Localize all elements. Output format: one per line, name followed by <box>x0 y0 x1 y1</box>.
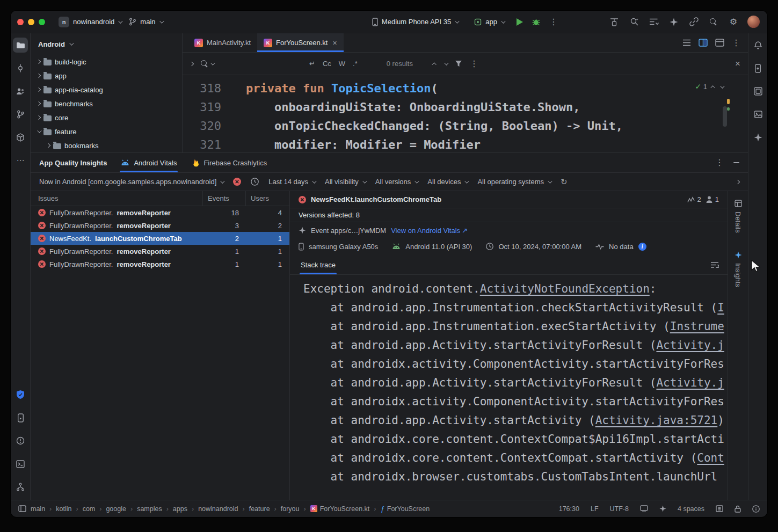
problems-tool-button[interactable] <box>13 433 28 448</box>
tab-insights[interactable]: Insights <box>734 251 742 287</box>
breadcrumb-item[interactable]: foryou <box>281 505 300 513</box>
column-events[interactable]: Events <box>202 191 245 206</box>
previous-problem-icon[interactable] <box>710 85 715 90</box>
previous-occurrence-icon[interactable] <box>432 62 436 67</box>
project-tree-item[interactable]: benchmarks <box>31 97 182 111</box>
run-button[interactable] <box>517 18 523 26</box>
issue-row[interactable]: FullyDrawnReporter.removeReporter 1 1 <box>31 245 289 258</box>
chevron-right-icon[interactable] <box>37 101 41 106</box>
connections-icon[interactable] <box>688 16 700 28</box>
anr-severity-icon[interactable] <box>251 178 259 186</box>
column-users[interactable]: Users <box>245 191 289 206</box>
search-input[interactable] <box>221 60 302 68</box>
fatal-severity-icon[interactable] <box>233 178 241 186</box>
breadcrumb-item[interactable]: kotlin <box>56 505 71 513</box>
filter-dropdown[interactable]: All versions <box>375 178 418 186</box>
next-occurrence-icon[interactable] <box>444 61 448 65</box>
filter-dropdown[interactable]: Last 14 days <box>268 178 315 186</box>
project-view-selector[interactable]: Android <box>31 33 182 55</box>
editor-tab[interactable]: K ForYouScreen.kt × <box>257 33 344 52</box>
tab-details[interactable]: Details <box>734 200 742 233</box>
app-id-filter[interactable]: Now in Android [com.google.samples.apps.… <box>39 178 223 186</box>
editor-layout-icon[interactable] <box>715 39 724 47</box>
editor-tab[interactable]: K MainActivity.kt <box>188 33 257 52</box>
breadcrumb-item[interactable]: apps <box>173 505 187 513</box>
filter-dropdown[interactable]: All visibility <box>325 178 366 186</box>
regex-toggle[interactable]: .* <box>353 60 358 68</box>
caret-position[interactable]: 176:30 <box>559 505 579 513</box>
search-mode-selector[interactable] <box>201 60 214 68</box>
lock-icon[interactable] <box>735 505 741 513</box>
device-selector[interactable]: Medium Phone API 35 <box>368 16 462 28</box>
more-tools-button[interactable]: ⋯ <box>13 153 28 168</box>
device-explorer-button[interactable] <box>751 61 766 76</box>
breadcrumb-item[interactable]: ƒForYouScreen <box>381 505 430 513</box>
minimize-window-button[interactable] <box>28 19 34 25</box>
match-case-toggle[interactable]: Cc <box>323 60 331 68</box>
scroll-filters-icon[interactable] <box>736 179 740 184</box>
newline-toggle-icon[interactable]: ↵ <box>309 60 315 68</box>
gemini-icon[interactable] <box>668 16 680 28</box>
line-separator[interactable]: LF <box>591 505 599 513</box>
indent-setting[interactable]: 4 spaces <box>678 505 704 513</box>
issue-row[interactable]: NewsFeedKt.launchCustomChromeTab 2 1 <box>31 232 289 245</box>
soft-wrap-icon[interactable] <box>710 260 719 274</box>
maximize-window-button[interactable] <box>39 19 45 25</box>
column-issues[interactable]: Issues <box>31 194 202 202</box>
breadcrumb-item[interactable]: com <box>83 505 96 513</box>
project-tree-item[interactable]: app <box>31 69 182 83</box>
split-editor-icon[interactable] <box>699 39 708 47</box>
version-control-tool-button[interactable] <box>13 479 28 494</box>
issue-row[interactable]: FullyDrawnReporter.removeReporter 3 2 <box>31 219 289 232</box>
minimize-panel-icon[interactable] <box>733 162 739 163</box>
refresh-icon[interactable]: ↻ <box>561 177 568 187</box>
info-icon[interactable]: i <box>638 243 646 251</box>
search-everywhere-icon[interactable] <box>708 16 719 28</box>
chevron-right-icon[interactable] <box>37 88 41 92</box>
project-tool-button[interactable] <box>13 38 28 53</box>
inspections-widget[interactable]: ✓ 1 <box>695 77 723 96</box>
branches-tool-button[interactable] <box>13 107 28 122</box>
code-editor[interactable]: 318private fun TopicSelection( 319 onboa… <box>183 75 748 152</box>
device-streaming-icon[interactable] <box>608 16 620 28</box>
tab-stack-trace[interactable]: Stack trace <box>301 261 336 274</box>
issue-row[interactable]: FullyDrawnReporter.removeReporter 1 1 <box>31 258 289 271</box>
close-tab-icon[interactable]: × <box>332 39 337 47</box>
vcs-branch-widget[interactable]: main <box>125 16 166 28</box>
layout-inspector-button[interactable] <box>751 84 766 99</box>
breadcrumb-item[interactable]: samples <box>137 505 162 513</box>
project-tree-item[interactable]: bookmarks <box>31 139 182 152</box>
project-tree-item[interactable]: build-logic <box>31 55 182 69</box>
gemini-tool-button[interactable] <box>751 130 766 145</box>
chevron-right-icon[interactable] <box>37 60 41 64</box>
stack-link[interactable]: Activity.j <box>656 376 724 389</box>
task-list-icon[interactable] <box>648 16 660 28</box>
project-tree-item[interactable]: feature <box>31 125 182 139</box>
chevron-right-icon[interactable] <box>46 143 50 148</box>
stack-link[interactable]: ActivityNotFoundException <box>480 282 650 295</box>
filter-dropdown[interactable]: All devices <box>427 178 468 186</box>
whole-words-toggle[interactable]: W <box>339 60 345 68</box>
terminal-tool-button[interactable] <box>13 456 28 471</box>
project-tree-item[interactable]: app-nia-catalog <box>31 83 182 97</box>
reader-mode-icon[interactable] <box>640 505 648 512</box>
chevron-right-icon[interactable] <box>37 115 41 120</box>
file-encoding[interactable]: UTF-8 <box>610 505 629 513</box>
more-editor-actions-icon[interactable]: ⋮ <box>732 39 740 47</box>
ai-status-icon[interactable] <box>659 505 666 512</box>
stack-link[interactable]: Activity.java:5721 <box>595 414 718 427</box>
project-widget[interactable]: n nowinandroid <box>55 14 125 30</box>
breadcrumb-item[interactable]: nowinandroid <box>198 505 238 513</box>
aqi-tab-android-vitals[interactable]: Android Vitals <box>121 153 177 172</box>
breadcrumb-item[interactable]: google <box>106 505 126 513</box>
project-tree-item[interactable]: core <box>31 111 182 125</box>
stack-link[interactable]: Cont <box>697 451 724 464</box>
column-selection-icon[interactable] <box>716 505 723 512</box>
user-avatar[interactable] <box>747 16 760 28</box>
close-window-button[interactable] <box>17 19 24 25</box>
expand-search-icon[interactable] <box>190 61 194 65</box>
resource-manager-button[interactable] <box>751 107 766 122</box>
tool-window-layout-icon[interactable] <box>18 505 26 512</box>
more-run-actions-icon[interactable]: ⋮ <box>549 18 558 26</box>
stack-link[interactable]: I <box>717 301 724 314</box>
